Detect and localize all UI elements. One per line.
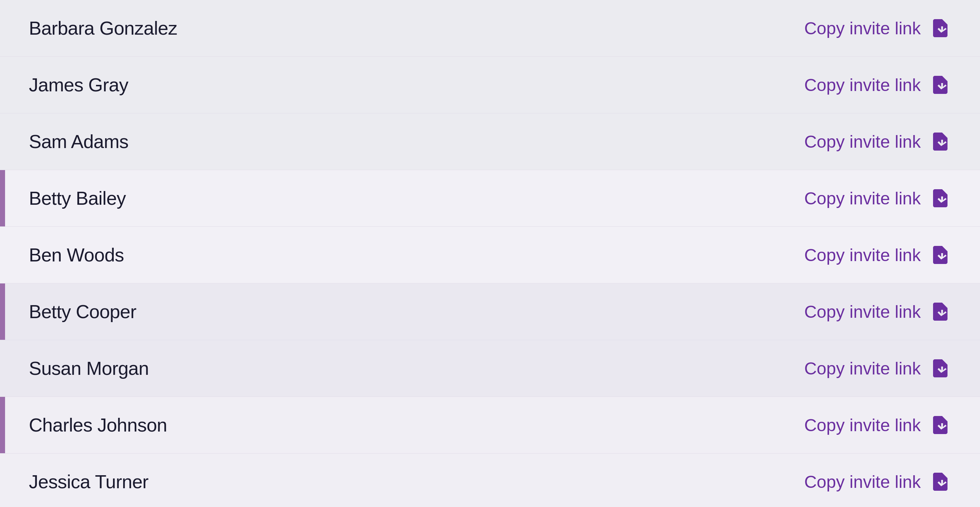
copy-invite-link-label: Copy invite link: [804, 302, 921, 322]
list-item: James GrayCopy invite link: [0, 57, 980, 113]
copy-invite-link-button[interactable]: Copy invite link: [804, 301, 951, 323]
group-border: [0, 227, 5, 283]
group-border: [0, 340, 5, 396]
copy-link-icon: [929, 74, 951, 96]
copy-invite-link-label: Copy invite link: [804, 75, 921, 95]
group-border: [0, 453, 5, 507]
list-item: Charles JohnsonCopy invite link: [0, 397, 980, 453]
person-name: Betty Bailey: [0, 188, 804, 209]
group-border: [0, 113, 5, 170]
person-name: Charles Johnson: [0, 414, 804, 436]
group-border: [0, 0, 5, 56]
list-item: Susan MorganCopy invite link: [0, 340, 980, 397]
invite-list: Barbara GonzalezCopy invite link James G…: [0, 0, 980, 507]
person-name: Ben Woods: [0, 244, 804, 266]
copy-invite-link-button[interactable]: Copy invite link: [804, 358, 951, 379]
list-item: Sam AdamsCopy invite link: [0, 113, 980, 170]
list-item: Betty CooperCopy invite link: [0, 283, 980, 340]
copy-link-icon: [929, 244, 951, 266]
group-border: [0, 283, 5, 340]
copy-invite-link-label: Copy invite link: [804, 189, 921, 208]
copy-invite-link-label: Copy invite link: [804, 245, 921, 265]
copy-invite-link-button[interactable]: Copy invite link: [804, 74, 951, 96]
copy-link-icon: [929, 17, 951, 39]
person-name: Barbara Gonzalez: [0, 17, 804, 39]
copy-invite-link-button[interactable]: Copy invite link: [804, 414, 951, 436]
copy-invite-link-button[interactable]: Copy invite link: [804, 188, 951, 209]
copy-invite-link-label: Copy invite link: [804, 415, 921, 435]
person-name: Sam Adams: [0, 131, 804, 153]
copy-invite-link-label: Copy invite link: [804, 132, 921, 152]
copy-link-icon: [929, 301, 951, 323]
copy-invite-link-button[interactable]: Copy invite link: [804, 244, 951, 266]
copy-link-icon: [929, 188, 951, 209]
person-name: Jessica Turner: [0, 471, 804, 493]
group-border: [0, 170, 5, 226]
list-item: Barbara GonzalezCopy invite link: [0, 0, 980, 57]
copy-link-icon: [929, 131, 951, 153]
copy-link-icon: [929, 471, 951, 493]
copy-link-icon: [929, 414, 951, 436]
person-name: James Gray: [0, 74, 804, 96]
group-border: [0, 397, 5, 453]
copy-link-icon: [929, 358, 951, 379]
copy-invite-link-button[interactable]: Copy invite link: [804, 131, 951, 153]
list-item: Betty BaileyCopy invite link: [0, 170, 980, 227]
person-name: Susan Morgan: [0, 358, 804, 379]
copy-invite-link-label: Copy invite link: [804, 18, 921, 38]
person-name: Betty Cooper: [0, 301, 804, 323]
copy-invite-link-button[interactable]: Copy invite link: [804, 17, 951, 39]
list-item: Jessica TurnerCopy invite link: [0, 453, 980, 507]
copy-invite-link-label: Copy invite link: [804, 472, 921, 492]
list-item: Ben WoodsCopy invite link: [0, 227, 980, 283]
copy-invite-link-button[interactable]: Copy invite link: [804, 471, 951, 493]
copy-invite-link-label: Copy invite link: [804, 359, 921, 378]
group-border: [0, 57, 5, 113]
